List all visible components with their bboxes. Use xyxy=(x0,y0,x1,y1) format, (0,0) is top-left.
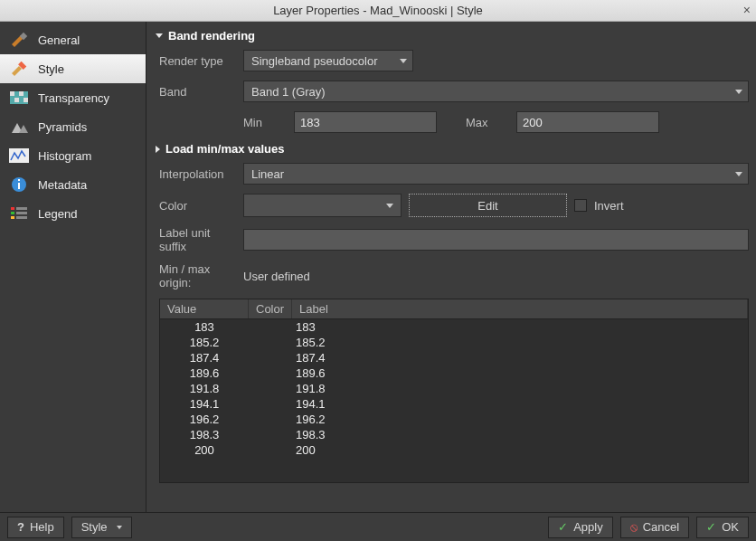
chevron-right-icon xyxy=(156,146,160,153)
min-input[interactable] xyxy=(294,111,437,133)
style-menu-button[interactable]: Style xyxy=(71,517,132,538)
chevron-down-icon xyxy=(735,90,742,94)
th-color[interactable]: Color xyxy=(249,299,292,318)
color-map-table: Value Color Label 183183185.2185.2187.41… xyxy=(159,299,749,483)
svg-rect-3 xyxy=(10,91,14,96)
section-title: Band rendering xyxy=(168,29,255,43)
svg-rect-11 xyxy=(18,183,20,189)
ok-button[interactable]: ✓ OK xyxy=(696,517,749,538)
table-row[interactable]: 198.3198.3 xyxy=(160,427,748,442)
cell-color xyxy=(249,413,292,426)
table-row[interactable]: 194.1194.1 xyxy=(160,396,748,412)
sidebar-item-legend[interactable]: Legend xyxy=(0,199,146,228)
band-select[interactable]: Band 1 (Gray) xyxy=(243,81,749,102)
invert-checkbox[interactable] xyxy=(574,199,587,212)
apply-button[interactable]: ✓ Apply xyxy=(548,517,613,538)
sidebar-item-metadata[interactable]: Metadata xyxy=(0,170,146,199)
th-label[interactable]: Label xyxy=(292,299,748,318)
chevron-down-icon xyxy=(156,33,163,38)
cell-color xyxy=(249,428,292,441)
labelunit-input[interactable] xyxy=(243,229,749,251)
cell-label: 183 xyxy=(292,320,748,334)
th-value[interactable]: Value xyxy=(160,299,249,318)
color-label: Color xyxy=(159,199,236,213)
minmaxorigin-label: Min / max origin: xyxy=(159,262,236,289)
svg-rect-14 xyxy=(11,212,14,214)
svg-rect-16 xyxy=(16,207,27,210)
svg-rect-15 xyxy=(11,216,14,219)
min-label: Min xyxy=(243,116,287,129)
cell-color xyxy=(249,382,292,395)
sidebar: General Style Transparency Pyramids Hist… xyxy=(0,22,146,512)
svg-rect-18 xyxy=(16,216,27,219)
table-row[interactable]: 187.4187.4 xyxy=(160,350,748,365)
max-input[interactable] xyxy=(516,111,659,133)
table-row[interactable]: 185.2185.2 xyxy=(160,335,748,350)
table-row[interactable]: 196.2196.2 xyxy=(160,412,748,427)
band-value: Band 1 (Gray) xyxy=(251,85,326,99)
table-row[interactable]: 183183 xyxy=(160,319,748,335)
cell-label: 189.6 xyxy=(292,366,748,380)
sidebar-item-transparency[interactable]: Transparency xyxy=(0,83,146,112)
interpolation-label: Interpolation xyxy=(159,167,236,181)
svg-rect-13 xyxy=(11,207,14,210)
interpolation-value: Linear xyxy=(251,167,284,181)
checker-icon xyxy=(9,90,29,106)
histogram-icon xyxy=(9,147,29,164)
help-button[interactable]: ? Help xyxy=(7,517,64,538)
info-icon xyxy=(9,176,29,193)
cell-label: 187.4 xyxy=(292,351,748,365)
sidebar-item-label: Histogram xyxy=(38,149,91,163)
edit-button[interactable]: Edit xyxy=(409,194,567,217)
sidebar-item-label: Pyramids xyxy=(38,120,87,134)
svg-rect-17 xyxy=(16,212,27,214)
sidebar-item-label: Transparency xyxy=(38,91,109,105)
cell-label: 196.2 xyxy=(292,413,748,426)
dialog-footer: ? Help Style ✓ Apply ⦸ Cancel ✓ OK xyxy=(0,512,756,541)
cancel-icon: ⦸ xyxy=(630,520,638,535)
table-row[interactable]: 191.8191.8 xyxy=(160,381,748,396)
chevron-down-icon xyxy=(386,204,393,208)
color-ramp-button[interactable] xyxy=(243,194,402,217)
section-title: Load min/max values xyxy=(165,142,285,156)
main-panel: Band rendering Render type Singleband ps… xyxy=(146,22,756,512)
section-load-minmax[interactable]: Load min/max values xyxy=(156,142,754,156)
check-icon: ✓ xyxy=(558,520,568,534)
window-titlebar: Layer Properties - Mad_Winooski | Style … xyxy=(0,0,756,22)
cell-label: 200 xyxy=(292,443,748,457)
cell-value: 187.4 xyxy=(160,351,249,365)
interpolation-select[interactable]: Linear xyxy=(243,163,749,185)
svg-rect-5 xyxy=(14,98,19,102)
sidebar-item-style[interactable]: Style xyxy=(0,54,146,83)
table-header: Value Color Label xyxy=(160,299,748,319)
chevron-down-icon xyxy=(400,59,407,63)
sidebar-item-label: Style xyxy=(38,62,64,76)
cell-label: 191.8 xyxy=(292,382,748,395)
cell-value: 200 xyxy=(160,443,249,457)
labelunit-label: Label unit suffix xyxy=(159,226,236,253)
section-band-rendering[interactable]: Band rendering xyxy=(156,29,754,43)
minmaxorigin-value: User defined xyxy=(243,270,310,283)
cell-color xyxy=(249,366,292,380)
wrench-icon xyxy=(9,32,29,48)
legend-icon xyxy=(9,205,29,222)
invert-label: Invert xyxy=(594,199,624,213)
cell-label: 185.2 xyxy=(292,336,748,349)
sidebar-item-label: General xyxy=(38,33,80,47)
sidebar-item-general[interactable]: General xyxy=(0,25,146,54)
brush-icon xyxy=(9,61,29,77)
chevron-down-icon xyxy=(117,526,122,529)
close-icon[interactable]: × xyxy=(743,3,751,17)
cell-value: 191.8 xyxy=(160,382,249,395)
table-body[interactable]: 183183185.2185.2187.4187.4189.6189.6191.… xyxy=(160,319,748,482)
table-row[interactable]: 200200 xyxy=(160,442,748,458)
cell-color xyxy=(249,351,292,365)
cancel-button[interactable]: ⦸ Cancel xyxy=(620,517,689,538)
max-label: Max xyxy=(466,116,509,129)
render-type-select[interactable]: Singleband pseudocolor xyxy=(243,50,413,71)
table-row[interactable]: 189.6189.6 xyxy=(160,365,748,381)
sidebar-item-histogram[interactable]: Histogram xyxy=(0,141,146,170)
sidebar-item-pyramids[interactable]: Pyramids xyxy=(0,112,146,141)
sidebar-item-label: Metadata xyxy=(38,178,87,192)
svg-rect-4 xyxy=(19,91,24,96)
